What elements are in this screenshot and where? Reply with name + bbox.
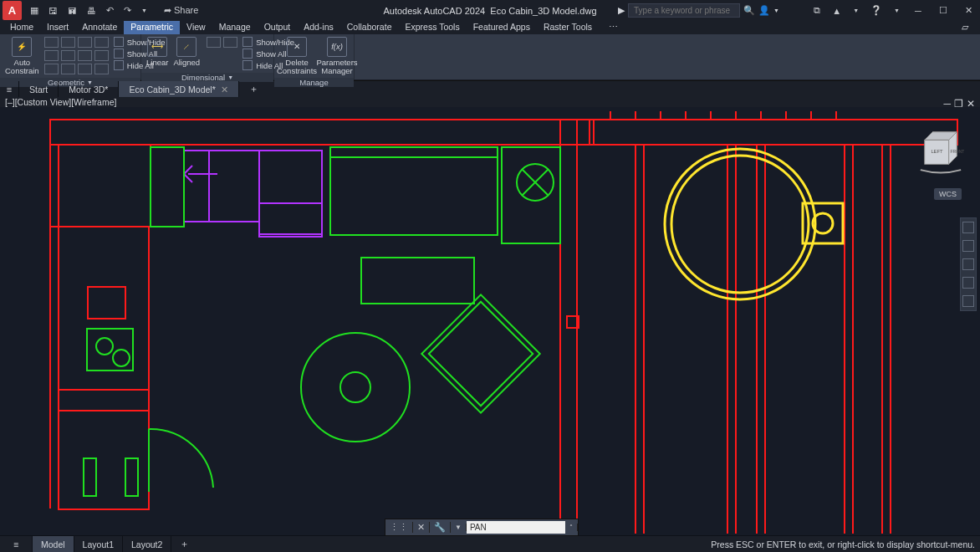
menu-expresstools[interactable]: Express Tools: [398, 21, 466, 34]
qat-redo-icon[interactable]: ↷: [124, 5, 131, 16]
menu-rastertools[interactable]: Raster Tools: [537, 21, 599, 34]
cmd-close-icon[interactable]: ✕: [413, 522, 430, 533]
nav-pan-icon[interactable]: [962, 240, 974, 252]
tab-motor3d[interactable]: Motor 3D*: [59, 81, 119, 97]
panel-manage-title: Manage: [299, 78, 328, 87]
layout-tab-layout2[interactable]: Layout2: [123, 536, 171, 552]
maximize-button[interactable]: ☐: [937, 5, 950, 16]
menu-addins[interactable]: Add-ins: [297, 21, 340, 34]
wcs-badge[interactable]: WCS: [934, 188, 962, 200]
close-button[interactable]: ✕: [962, 5, 975, 16]
auto-constrain-label: Auto Constrain: [5, 59, 39, 75]
command-input[interactable]: [467, 521, 565, 534]
search-icon[interactable]: 🔍: [743, 5, 755, 16]
nav-wheel-icon[interactable]: [962, 222, 974, 233]
cmd-dropdown-icon[interactable]: ▼: [451, 524, 467, 531]
autodesk-dropdown[interactable]: ▼: [853, 8, 859, 13]
search-input[interactable]: [628, 3, 740, 18]
delete-constraints-icon: ✕: [287, 37, 307, 57]
qat-saveas-icon[interactable]: 🖬: [68, 6, 77, 16]
menu-home[interactable]: Home: [3, 21, 40, 34]
minimize-button[interactable]: ─: [911, 6, 925, 16]
file-tabs-menu-icon[interactable]: ≡: [0, 81, 19, 97]
menu-annotate[interactable]: Annotate: [75, 21, 124, 34]
qat-open-icon[interactable]: ▦: [30, 5, 38, 16]
vp-restore-icon[interactable]: ❐: [954, 98, 963, 110]
menu-view[interactable]: View: [180, 21, 212, 34]
panel-dimensional: ⟷ Linear ⟋ Aligned Show/Hide Show All Hi…: [141, 34, 274, 79]
status-menu-icon[interactable]: ≡: [0, 536, 33, 552]
tab-ecocabin-label: Eco Cabin_3D Model*: [129, 84, 215, 95]
app-logo[interactable]: A: [3, 1, 22, 20]
auto-constrain-icon: ⚡: [12, 37, 32, 57]
tab-start[interactable]: Start: [19, 81, 59, 97]
tab-add-button[interactable]: ＋: [239, 81, 268, 97]
vp-close-icon[interactable]: ✕: [967, 98, 975, 110]
svg-rect-5: [59, 390, 149, 411]
menu-featuredapps[interactable]: Featured Apps: [467, 21, 537, 34]
autodesk-icon[interactable]: ▲: [832, 6, 841, 16]
parameters-manager-icon: f(x): [327, 37, 347, 57]
svg-rect-56: [125, 458, 138, 496]
linear-button[interactable]: ⟷ Linear: [146, 37, 168, 67]
cmd-history-icon[interactable]: ˄: [565, 524, 578, 531]
viewport-label[interactable]: [–][Custom View][Wireframe]: [5, 97, 116, 107]
svg-rect-3: [50, 145, 151, 227]
nav-showmotion-icon[interactable]: [962, 295, 974, 307]
aligned-button[interactable]: ⟋ Aligned: [173, 37, 200, 67]
svg-point-49: [301, 333, 410, 442]
view-cube[interactable]: LEFT FRONT: [916, 125, 965, 174]
help-dropdown[interactable]: ▼: [894, 8, 900, 13]
qat-save-icon[interactable]: 🖫: [48, 6, 58, 16]
status-hint: Press ESC or ENTER to exit, or right-cli…: [711, 539, 980, 549]
parameters-manager-button[interactable]: f(x) Parameters Manager: [319, 37, 355, 75]
nav-orbit-icon[interactable]: [962, 277, 974, 289]
nav-zoom-icon[interactable]: [962, 258, 974, 270]
signin-dropdown-icon[interactable]: ▼: [773, 8, 779, 13]
exchange-icon[interactable]: ⧉: [814, 5, 820, 16]
layout-tab-model[interactable]: Model: [33, 536, 74, 552]
svg-rect-42: [502, 147, 560, 243]
svg-rect-9: [590, 120, 957, 145]
constraint-grid[interactable]: [44, 37, 109, 74]
menu-output[interactable]: Output: [258, 21, 298, 34]
panel-geometric: ⚡ Auto Constrain Show/Hide Show All Hide…: [0, 34, 141, 79]
viewport-window-controls: ─ ❐ ✕: [943, 98, 975, 110]
qat-print-icon[interactable]: 🖶: [87, 6, 96, 16]
layout-add-button[interactable]: ＋: [171, 536, 197, 552]
auto-constrain-button[interactable]: ⚡ Auto Constrain: [5, 37, 39, 75]
viewcube-left-label: LEFT: [931, 149, 943, 154]
cmd-expand-icon[interactable]: ⋮⋮: [385, 522, 413, 533]
share-button[interactable]: ➦Share: [164, 5, 198, 16]
tab-close-icon[interactable]: ✕: [221, 84, 228, 95]
parameters-manager-label: Parameters Manager: [316, 59, 357, 75]
linear-label: Linear: [146, 59, 168, 67]
menu-parametric[interactable]: Parametric: [124, 21, 180, 34]
menu-collaborate[interactable]: Collaborate: [340, 21, 399, 34]
svg-rect-33: [209, 151, 259, 222]
tab-ecocabin[interactable]: Eco Cabin_3D Model* ✕: [119, 81, 238, 97]
drawing-canvas[interactable]: [0, 107, 980, 536]
signin-icon[interactable]: 👤: [758, 5, 770, 16]
ribbon-minimize-icon[interactable]: ▱: [955, 21, 975, 34]
layout-tab-layout1[interactable]: Layout1: [74, 536, 123, 552]
svg-rect-35: [259, 203, 322, 237]
delete-constraints-button[interactable]: ✕ Delete Constraints: [279, 37, 314, 75]
qat-undo-icon[interactable]: ↶: [106, 5, 114, 16]
vp-minimize-icon[interactable]: ─: [943, 98, 951, 110]
svg-rect-6: [59, 411, 149, 509]
help-icon[interactable]: ❔: [870, 5, 882, 16]
menu-expand-icon[interactable]: ⋯: [602, 21, 625, 34]
menu-manage[interactable]: Manage: [212, 21, 258, 34]
svg-point-52: [96, 338, 113, 355]
cmd-options-icon[interactable]: 🔧: [430, 522, 451, 533]
status-bar: ≡ Model Layout1 Layout2 ＋ Press ESC or E…: [0, 535, 980, 552]
svg-rect-55: [84, 458, 96, 496]
svg-text:FRONT: FRONT: [951, 150, 965, 154]
qat-dropdown-icon[interactable]: ▼: [141, 8, 147, 13]
svg-point-50: [340, 372, 370, 402]
svg-point-53: [113, 350, 130, 366]
svg-rect-4: [59, 227, 149, 390]
svg-rect-32: [184, 151, 209, 222]
menu-insert[interactable]: Insert: [40, 21, 75, 34]
